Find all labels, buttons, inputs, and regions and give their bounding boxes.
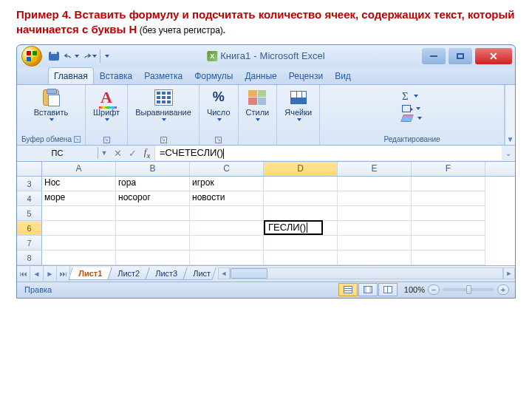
cell-A6[interactable]: [42, 221, 116, 236]
expand-formula-bar[interactable]: ⌄: [502, 149, 515, 157]
sheet-tab-2[interactable]: Лист2: [107, 267, 150, 280]
cell-B8[interactable]: [116, 250, 190, 265]
tab-review[interactable]: Рецензи: [283, 67, 329, 84]
select-all-corner[interactable]: [17, 162, 42, 176]
cell-A5[interactable]: [42, 206, 116, 221]
view-normal-button[interactable]: [338, 283, 358, 296]
zoom-level[interactable]: 100%: [404, 285, 425, 294]
cell-B3[interactable]: гора: [116, 177, 190, 191]
enter-formula-button[interactable]: ✓: [125, 148, 140, 159]
cell-B7[interactable]: [116, 236, 190, 250]
fill-button[interactable]: [402, 105, 422, 112]
cell-F8[interactable]: [412, 250, 485, 265]
tab-data[interactable]: Данные: [239, 67, 282, 84]
tab-formulas[interactable]: Формулы: [188, 67, 239, 84]
cell-E7[interactable]: [338, 236, 412, 250]
col-header-C[interactable]: C: [190, 162, 264, 176]
cancel-formula-button[interactable]: ✕: [110, 148, 125, 159]
styles-button[interactable]: Стили: [243, 87, 273, 123]
name-box[interactable]: ПС: [17, 147, 98, 159]
cell-A3[interactable]: Нос: [42, 177, 116, 191]
font-button[interactable]: A Шрифт: [90, 87, 123, 123]
cell-D8[interactable]: [264, 250, 338, 265]
col-header-E[interactable]: E: [338, 162, 412, 176]
fx-button[interactable]: fx: [140, 146, 154, 160]
ribbon-scroll[interactable]: ▼: [505, 85, 515, 145]
sheet-tab-1[interactable]: Лист1: [68, 267, 112, 280]
col-header-A[interactable]: A: [42, 162, 116, 176]
row-header-4[interactable]: 4: [17, 191, 42, 206]
maximize-button[interactable]: [449, 48, 472, 64]
hscroll-left[interactable]: ◄: [218, 267, 230, 279]
hscroll-thumb[interactable]: [231, 268, 267, 279]
cell-D7[interactable]: [264, 236, 338, 250]
cell-B6[interactable]: [116, 221, 190, 236]
cell-E3[interactable]: [338, 177, 412, 191]
view-layout-button[interactable]: [358, 283, 378, 296]
tab-insert[interactable]: Вставка: [94, 67, 139, 84]
row-header-6[interactable]: 6: [17, 221, 42, 236]
sheet-nav-prev[interactable]: ◄: [30, 266, 44, 281]
dialog-launcher-icon[interactable]: ↘: [74, 136, 81, 143]
cells-button[interactable]: Ячейки: [282, 87, 315, 123]
cell-C7[interactable]: [190, 236, 264, 250]
cell-C8[interactable]: [190, 250, 264, 265]
col-header-D[interactable]: D: [264, 162, 338, 176]
alignment-button[interactable]: Выравнивание: [132, 87, 194, 123]
cell-B4[interactable]: носорог: [116, 191, 190, 206]
zoom-slider[interactable]: [443, 288, 494, 291]
cell-E4[interactable]: [338, 191, 412, 206]
row-header-5[interactable]: 5: [17, 206, 42, 221]
number-button[interactable]: % Число: [204, 87, 233, 123]
sheet-nav-next[interactable]: ►: [44, 266, 57, 281]
cell-C3[interactable]: игрок: [190, 177, 264, 191]
cell-A8[interactable]: [42, 250, 116, 265]
formula-input[interactable]: =СЧЕТЕСЛИ(): [154, 146, 502, 160]
cell-F3[interactable]: [412, 177, 485, 191]
cell-D3[interactable]: [264, 177, 338, 191]
cell-E5[interactable]: [338, 206, 412, 221]
zoom-thumb[interactable]: [466, 285, 471, 294]
cell-E8[interactable]: [338, 250, 412, 265]
dialog-launcher-icon[interactable]: ↘: [160, 137, 167, 143]
hscroll-track[interactable]: [230, 267, 503, 279]
qat-customize-icon[interactable]: [105, 55, 109, 58]
close-button[interactable]: ✕: [475, 48, 512, 64]
zoom-out-button[interactable]: −: [428, 284, 440, 295]
sheet-tab-3[interactable]: Лист3: [145, 267, 188, 280]
row-header-3[interactable]: 3: [17, 177, 42, 191]
cell-F4[interactable]: [412, 191, 485, 206]
hscroll-right[interactable]: ►: [503, 267, 515, 279]
paste-button[interactable]: Вставить: [31, 87, 72, 123]
cell-A7[interactable]: [42, 236, 116, 250]
autosum-button[interactable]: Σ: [402, 90, 422, 103]
row-header-7[interactable]: 7: [17, 236, 42, 250]
tab-home[interactable]: Главная: [48, 67, 94, 84]
cell-C4[interactable]: новости: [190, 191, 264, 206]
cell-F6[interactable]: [412, 221, 485, 236]
cell-A4[interactable]: море: [42, 191, 116, 206]
redo-button[interactable]: [82, 50, 97, 63]
col-header-F[interactable]: F: [412, 162, 485, 176]
cell-C5[interactable]: [190, 206, 264, 221]
sheet-tab-partial[interactable]: Лист: [183, 267, 216, 280]
cell-E6[interactable]: [338, 221, 412, 236]
zoom-in-button[interactable]: +: [497, 284, 509, 295]
cell-F5[interactable]: [412, 206, 485, 221]
name-box-dropdown[interactable]: ▼: [98, 149, 110, 157]
col-header-B[interactable]: B: [116, 162, 190, 176]
view-pagebreak-button[interactable]: [378, 283, 398, 296]
undo-button[interactable]: [64, 50, 79, 63]
cell-D4[interactable]: [264, 191, 338, 206]
cell-F7[interactable]: [412, 236, 485, 250]
dialog-launcher-icon[interactable]: ↘: [215, 137, 222, 143]
tab-view[interactable]: Вид: [329, 67, 357, 84]
dialog-launcher-icon[interactable]: ↘: [103, 137, 110, 143]
cell-B5[interactable]: [116, 206, 190, 221]
office-button[interactable]: [21, 46, 42, 66]
minimize-button[interactable]: [422, 48, 446, 64]
cell-D5[interactable]: [264, 206, 338, 221]
clear-button[interactable]: [402, 115, 422, 122]
sheet-nav-first[interactable]: ⏮: [17, 266, 30, 281]
save-button[interactable]: [47, 50, 61, 63]
